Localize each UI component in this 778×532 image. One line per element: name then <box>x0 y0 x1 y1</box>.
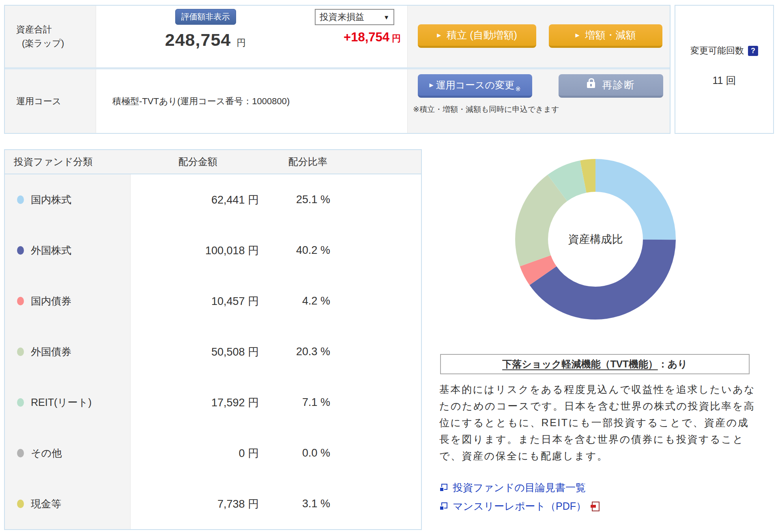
table-row: 外国株式100,018 円40.2 % <box>5 225 421 276</box>
table-row: 現金等7,738 円3.1 % <box>5 478 421 529</box>
allocation-ratio: 0.0 % <box>265 447 350 459</box>
allocation-table-body: 国内株式62,441 円25.1 %外国株式100,018 円40.2 %国内債… <box>5 174 421 529</box>
pl-value-line: +18,754円 <box>315 30 401 45</box>
zougaku-gengaku-button[interactable]: ▶ 増額・減額 <box>549 24 662 48</box>
fund-class-label: 外国債券 <box>31 345 71 358</box>
fund-class-label: 現金等 <box>31 497 61 511</box>
help-icon[interactable]: ? <box>748 46 758 56</box>
total-asset-unit: 円 <box>236 37 246 48</box>
legend-dot-icon <box>17 297 24 305</box>
tvt-feature-title: 下落ショック軽減機能（TVT機能） <box>502 358 658 369</box>
arrow-right-icon: ▶ <box>437 32 441 38</box>
allocation-amount: 10,457 円 <box>131 294 265 309</box>
chevron-down-icon: ▼ <box>383 14 389 21</box>
allocation-table: 投資ファンド分類 配分金額 配分比率 国内株式62,441 円25.1 %外国株… <box>4 149 422 530</box>
fund-class-cell: その他 <box>5 428 131 478</box>
table-row: 外国債券50,508 円20.3 % <box>5 326 421 377</box>
arrow-right-icon: ▶ <box>576 32 580 38</box>
pl-value: +18,754 <box>344 30 389 44</box>
allocation-amount: 7,738 円 <box>131 497 265 511</box>
legend-dot-icon <box>17 449 24 457</box>
summary-panel: 資産合計 (楽ラップ) 評価額非表示 248,754円 投資来損益 ▼ +1 <box>4 5 671 134</box>
allocation-ratio: 20.3 % <box>265 345 350 358</box>
allocation-amount: 62,441 円 <box>131 193 265 207</box>
pl-period-select[interactable]: 投資来損益 ▼ <box>315 9 394 25</box>
allocation-table-header: 投資ファンド分類 配分金額 配分比率 <box>5 150 421 174</box>
change-count-panel: 変更可能回数 ? 11 回 <box>675 5 774 134</box>
pl-period-selected: 投資来損益 <box>320 11 364 23</box>
external-link-icon <box>439 502 447 511</box>
table-row: 国内債券10,457 円4.2 % <box>5 276 421 326</box>
course-description: 基本的にはリスクをある程度見込んで収益性を追求したいあなたのためのコースです。日… <box>439 381 756 464</box>
allocation-ratio: 4.2 % <box>265 295 350 307</box>
total-asset-value-line: 248,754円 <box>96 30 315 50</box>
pl-block: 投資来損益 ▼ +18,754円 <box>315 6 401 67</box>
asset-total-cell: 評価額非表示 248,754円 投資来損益 ▼ +18,754円 <box>96 6 408 67</box>
tvt-feature-status: ：あり <box>658 358 688 369</box>
monthly-report-link[interactable]: マンスリーレポート（PDF） <box>453 500 586 513</box>
table-row: その他0 円0.0 % <box>5 428 421 478</box>
rediagnosis-button[interactable]: 再診断 <box>559 74 663 98</box>
change-count-value: 11 回 <box>675 74 773 87</box>
asset-value-block: 評価額非表示 248,754円 <box>96 6 315 67</box>
fund-class-cell: 国内株式 <box>5 174 131 225</box>
fund-class-label: その他 <box>31 446 62 460</box>
allocation-amount: 17,592 円 <box>131 395 265 410</box>
fund-class-cell: 外国株式 <box>5 225 131 276</box>
fund-class-cell: 外国債券 <box>5 326 131 377</box>
course-value: 積極型-TVTあり(運用コース番号：1000800) <box>96 69 408 133</box>
pl-unit: 円 <box>392 33 401 43</box>
arrow-right-icon: ▶ <box>429 82 433 88</box>
donut-center-label: 資産構成比 <box>568 233 623 245</box>
allocation-ratio: 3.1 % <box>265 498 350 510</box>
monthly-report-link-row: マンスリーレポート（PDF） <box>439 500 600 513</box>
course-change-button[interactable]: ▶ 運用コースの変更 ※ <box>418 74 532 98</box>
allocation-ratio: 25.1 % <box>265 193 350 206</box>
asset-composition-donut-chart: 資産構成比 <box>515 159 676 320</box>
asset-total-label-line1: 資産合計 <box>16 23 96 36</box>
prospectus-link-row: 投資ファンドの目論見書一覧 <box>439 481 600 494</box>
allocation-amount: 100,018 円 <box>131 243 265 258</box>
asset-total-label-line2: (楽ラップ) <box>16 36 96 50</box>
header-fund-class: 投資ファンド分類 <box>5 155 131 168</box>
tsumitate-button[interactable]: ▶ 積立 (自動増額) <box>418 24 536 48</box>
fund-class-label: 外国株式 <box>31 244 71 257</box>
page: 資産合計 (楽ラップ) 評価額非表示 248,754円 投資来損益 ▼ +1 <box>0 0 778 532</box>
hide-valuation-badge[interactable]: 評価額非表示 <box>175 9 236 25</box>
course-label: 運用コース <box>5 69 96 133</box>
header-ratio: 配分比率 <box>265 155 350 168</box>
external-link-icon <box>439 484 447 492</box>
pdf-icon <box>592 502 600 511</box>
legend-dot-icon <box>17 500 24 508</box>
allocation-amount: 50,508 円 <box>131 345 265 359</box>
asset-total-label: 資産合計 (楽ラップ) <box>5 6 96 67</box>
fund-class-cell: 現金等 <box>5 478 131 529</box>
legend-dot-icon <box>17 246 24 255</box>
tvt-feature-box: 下落ショック軽減機能（TVT機能）：あり <box>440 354 750 374</box>
allocation-amount: 0 円 <box>131 446 265 461</box>
prospectus-link[interactable]: 投資ファンドの目論見書一覧 <box>453 481 586 494</box>
table-row: 国内株式62,441 円25.1 % <box>5 174 421 225</box>
document-links: 投資ファンドの目論見書一覧 マンスリーレポート（PDF） <box>439 481 600 518</box>
fund-class-cell: 国内債券 <box>5 276 131 326</box>
fund-class-label: 国内債券 <box>31 294 71 308</box>
change-count-label: 変更可能回数 <box>690 45 744 57</box>
allocation-ratio: 7.1 % <box>265 396 350 409</box>
allocation-ratio: 40.2 % <box>265 244 350 257</box>
legend-dot-icon <box>17 195 24 204</box>
fund-class-label: REIT(リート) <box>31 396 92 409</box>
fund-class-label: 国内株式 <box>31 193 71 206</box>
total-asset-value: 248,754 <box>165 30 231 49</box>
table-row: REIT(リート)17,592 円7.1 % <box>5 377 421 428</box>
legend-dot-icon <box>17 348 24 356</box>
lock-icon <box>587 82 595 88</box>
fund-class-cell: REIT(リート) <box>5 377 131 428</box>
legend-dot-icon <box>17 398 24 407</box>
simultaneous-application-note: ※積立・増額・減額も同時に申込できます <box>413 104 559 115</box>
header-amount: 配分金額 <box>131 155 265 168</box>
